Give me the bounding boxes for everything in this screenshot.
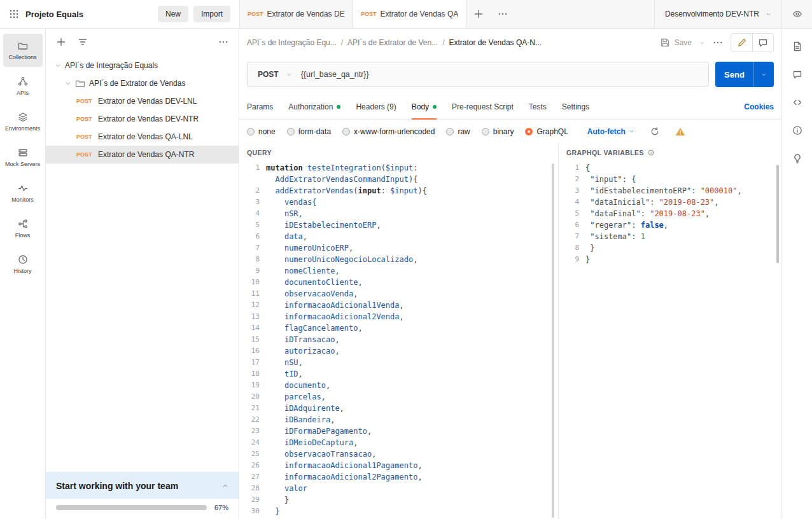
documentation-toggle-button[interactable]: [731, 34, 752, 52]
sidebar-more-options-icon[interactable]: [218, 37, 228, 47]
comments-pane-button[interactable]: [792, 69, 802, 80]
line-number: 4: [247, 208, 266, 219]
cookies-link[interactable]: Cookies: [744, 102, 774, 111]
line-number: 22: [247, 414, 266, 426]
request-editor-tab[interactable]: Settings: [562, 95, 589, 119]
line-number: 9: [566, 254, 585, 265]
request-editor-tab[interactable]: Headers (9): [356, 95, 396, 119]
rail-item-environments[interactable]: Environments: [3, 105, 43, 138]
tree-request-row[interactable]: POSTExtrator de Vendas QA-NTR: [46, 146, 239, 163]
top-bar: Projeto Equals New Import POSTExtrator d…: [0, 0, 812, 29]
import-button[interactable]: Import: [193, 6, 230, 22]
body-type-option[interactable]: none: [247, 127, 276, 136]
code-line: 2 "input": {: [566, 174, 781, 185]
body-type-option[interactable]: form-data: [287, 127, 331, 136]
line-number: 8: [566, 242, 585, 254]
line-number: 7: [247, 242, 266, 254]
tab-bar: POSTExtrator de Vendas DEVPOSTExtrator d…: [239, 0, 812, 28]
send-button[interactable]: Send: [715, 62, 753, 87]
code-line: 11 observacaoVenda,: [247, 288, 558, 300]
tab-options-button[interactable]: [491, 0, 515, 28]
code-line: 5 iDEstabelecimentoERP,: [247, 219, 558, 231]
add-collection-button[interactable]: [56, 37, 66, 47]
collapse-banner-icon[interactable]: [222, 483, 228, 489]
pub-request-button[interactable]: [792, 153, 802, 163]
request-editor-tab[interactable]: Tests: [529, 95, 547, 119]
body-type-label: form-data: [298, 127, 331, 136]
send-options-button[interactable]: [753, 62, 774, 87]
code-text: "input": {: [585, 174, 636, 185]
sidebar: API´s de Integração EqualsAPI´s de Extra…: [46, 29, 239, 519]
code-snippet-button[interactable]: [792, 97, 802, 107]
method-label: POST: [258, 70, 279, 79]
save-options-caret-icon[interactable]: [699, 40, 705, 46]
schema-warning-button[interactable]: [675, 127, 685, 137]
chevron-down-icon: [55, 62, 61, 69]
breadcrumb-item[interactable]: API´s de Extrator de Ven...: [347, 38, 438, 47]
refresh-schema-button[interactable]: [650, 127, 660, 137]
variables-code-area[interactable]: 1{2 "input": {3 "idEstabelecimentoERP": …: [566, 162, 781, 519]
comments-toggle-button[interactable]: [752, 34, 773, 52]
code-line: 9 nomeCliente,: [247, 265, 558, 277]
tree-request-row[interactable]: POSTExtrator de Vendas QA-LNL: [46, 128, 239, 146]
save-icon: [660, 38, 670, 48]
environment-selector[interactable]: Desenvolvimento DEV-NTR: [654, 0, 781, 28]
rail-item-monitors[interactable]: Monitors: [3, 176, 43, 209]
tree-folder-row[interactable]: API´s de Extrator de Vendas: [46, 74, 239, 92]
request-info-button[interactable]: [792, 125, 802, 135]
tree-collection-row[interactable]: API´s de Integração Equals: [46, 57, 239, 74]
body-type-option[interactable]: binary: [482, 127, 514, 136]
tree-request-row[interactable]: POSTExtrator de Vendas DEV-NTR: [46, 110, 239, 128]
query-code-area[interactable]: 1mutation testeIntegration($input: AddEx…: [247, 162, 558, 519]
info-icon[interactable]: [648, 149, 654, 156]
progress-percent: 67%: [214, 504, 228, 511]
rail-item-mock-servers[interactable]: Mock Servers: [3, 141, 43, 174]
body-type-option[interactable]: x-www-form-urlencoded: [342, 127, 435, 136]
autofetch-label: Auto-fetch: [587, 127, 626, 136]
url-bar: POST {{url_base_qa_ntr}}: [247, 62, 709, 87]
code-text: autorizacao,: [266, 345, 340, 357]
new-button[interactable]: New: [158, 6, 188, 22]
code-line: 20 parcelas,: [247, 391, 558, 403]
request-editor-tab[interactable]: Pre-request Script: [452, 95, 514, 119]
request-tab[interactable]: POSTExtrator de Vendas DEV: [240, 0, 353, 28]
line-number: 15: [247, 334, 266, 345]
save-button[interactable]: Save: [660, 38, 692, 48]
body-type-option[interactable]: raw: [446, 127, 470, 136]
breadcrumb-item[interactable]: Extrator de Vendas QA-N...: [449, 38, 542, 47]
new-tab-button[interactable]: [466, 0, 491, 28]
request-editor-tab[interactable]: Body: [412, 95, 437, 119]
body-type-label: GraphQL: [536, 127, 568, 136]
code-line: 7 numeroUnicoERP,: [247, 242, 558, 254]
app-menu-icon[interactable]: [9, 9, 19, 19]
filter-icon[interactable]: [78, 37, 88, 47]
code-text: data,: [266, 231, 307, 242]
line-number: 19: [247, 380, 266, 391]
variables-scrollbar[interactable]: [776, 165, 779, 263]
environment-quick-look-button[interactable]: [781, 0, 812, 28]
body-type-option[interactable]: GraphQL: [525, 127, 568, 136]
code-line: 26 informacaoAdicional1Pagamento,: [247, 460, 558, 471]
breadcrumb-item[interactable]: API´s de Integração Equ...: [247, 38, 337, 47]
request-editor-tab-label: Pre-request Script: [452, 102, 514, 111]
request-editor-tab[interactable]: Authorization: [288, 95, 340, 119]
request-more-options-icon[interactable]: [713, 38, 723, 48]
documentation-pane-button[interactable]: [792, 41, 802, 52]
url-input[interactable]: {{url_base_qa_ntr}}: [301, 70, 708, 79]
tree-request-row[interactable]: POSTExtrator de Vendas DEV-LNL: [46, 92, 239, 110]
query-scrollbar[interactable]: [552, 163, 554, 518]
rail-item-collections[interactable]: Collections: [3, 34, 43, 67]
line-number: 8: [247, 254, 266, 265]
request-tab[interactable]: POSTExtrator de Vendas QA-: [353, 0, 466, 28]
rail-item-apis[interactable]: APIs: [3, 69, 43, 102]
code-text: {: [585, 162, 590, 174]
line-number: 2: [247, 185, 266, 197]
method-badge: POST: [76, 116, 94, 122]
code-text: numeroUnicoERP,: [266, 242, 353, 254]
method-select[interactable]: POST: [248, 70, 301, 79]
rail-item-flows[interactable]: Flows: [3, 212, 43, 245]
request-editor-tab[interactable]: Params: [247, 95, 273, 119]
autofetch-button[interactable]: Auto-fetch: [587, 127, 634, 136]
rail-item-history[interactable]: History: [3, 247, 43, 280]
document-icon: [792, 41, 802, 52]
